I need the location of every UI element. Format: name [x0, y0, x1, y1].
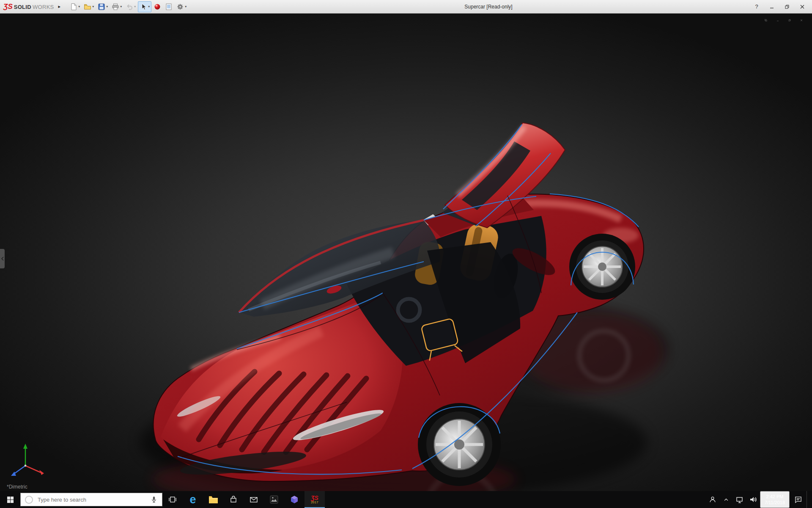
screen: ƷS SOLID WORKS ▸ ▾ ▾ ▾ ▾ [0, 0, 812, 508]
close-icon [800, 4, 805, 9]
taskbar: e ƷS 2017 [0, 491, 812, 508]
people-icon [708, 495, 717, 504]
save-dropdown-caret[interactable]: ▾ [106, 5, 108, 8]
help-button[interactable]: ? [750, 2, 763, 12]
new-dropdown-caret[interactable]: ▾ [78, 5, 80, 8]
undo-dropdown-caret[interactable]: ▾ [134, 5, 136, 8]
new-document-icon [70, 3, 77, 11]
appearances-button[interactable] [152, 1, 163, 12]
start-button[interactable] [0, 491, 20, 508]
solidworks-logo: ƷS SOLID WORKS [3, 3, 54, 11]
view-orientation-label: *Dimetric [7, 484, 27, 490]
photos-icon [269, 495, 279, 504]
taskbar-clock[interactable]: 2:42 PM 7/11/2018 [760, 491, 790, 508]
show-desktop-button[interactable] [807, 491, 812, 508]
restore-document-button[interactable] [786, 17, 793, 23]
restore-button[interactable] [781, 2, 793, 12]
open-dropdown-caret[interactable]: ▾ [92, 5, 94, 8]
open-button[interactable]: ▾ [82, 1, 96, 12]
restore-document-icon [788, 18, 791, 23]
app-icon-edge[interactable]: e [183, 491, 203, 508]
clock-time: 2:42 PM [766, 494, 783, 500]
store-bag-icon [229, 495, 238, 504]
new-document-button[interactable]: ▾ [68, 1, 82, 12]
chevron-left-icon [1, 257, 4, 261]
app-icon-photos[interactable] [264, 491, 284, 508]
tile-document-button[interactable] [762, 17, 770, 23]
minimize-document-button[interactable] [774, 17, 782, 23]
document-title: Supercar [Read-only] [228, 4, 749, 10]
edge-icon: e [189, 494, 196, 505]
options-dropdown-caret[interactable]: ▾ [185, 5, 187, 8]
select-dropdown-caret[interactable]: ▾ [148, 5, 150, 8]
solidworks-logo-glyph: ƷS [3, 3, 13, 11]
window-controls: ? [750, 2, 809, 12]
close-document-icon [800, 18, 803, 23]
clock-date: 7/11/2018 [765, 500, 785, 505]
options-button[interactable]: ▾ [175, 1, 188, 12]
task-view-button[interactable] [162, 491, 183, 508]
app-icon-file-explorer[interactable] [203, 491, 223, 508]
solidworks-version-badge: 2017 [311, 501, 318, 504]
cube-icon [290, 495, 299, 504]
open-folder-icon [84, 3, 91, 11]
action-center-icon [794, 495, 803, 504]
print-icon [112, 3, 119, 11]
graphics-viewport[interactable]: *Dimetric [0, 14, 812, 491]
microphone-icon[interactable] [150, 496, 158, 503]
scene-canvas[interactable] [0, 14, 812, 491]
quick-access-toolbar: ▾ ▾ ▾ ▾ ▾ ▾ [68, 1, 188, 12]
select-button[interactable]: ▾ [138, 1, 151, 12]
network-button[interactable] [733, 491, 746, 508]
save-button[interactable]: ▾ [96, 1, 110, 12]
app-icon-3d-viewer[interactable] [284, 491, 304, 508]
taskbar-search[interactable] [20, 493, 162, 506]
app-icon-store[interactable] [223, 491, 244, 508]
file-properties-button[interactable] [163, 1, 174, 12]
select-cursor-icon [140, 3, 147, 11]
menu-expand-arrow[interactable]: ▸ [58, 3, 62, 10]
cortana-icon[interactable] [25, 496, 33, 504]
triad-y-axis[interactable] [23, 444, 27, 449]
restore-icon [785, 4, 790, 9]
network-icon [735, 496, 743, 504]
feature-manager-collapsed-tab[interactable] [0, 249, 5, 268]
print-button[interactable]: ▾ [110, 1, 123, 12]
close-document-button[interactable] [798, 17, 805, 23]
windows-logo-icon [7, 496, 14, 503]
volume-icon [749, 495, 757, 504]
close-button[interactable] [796, 2, 809, 12]
options-gear-icon [176, 3, 184, 11]
file-properties-icon [165, 3, 173, 11]
orientation-triad[interactable] [6, 441, 48, 480]
undo-icon [126, 3, 133, 11]
rear-wheel[interactable] [569, 234, 635, 300]
search-input[interactable] [37, 496, 146, 503]
solidworks-app-glyph: ƷS [311, 495, 318, 501]
titlebar: ƷS SOLID WORKS ▸ ▾ ▾ ▾ ▾ [0, 0, 812, 14]
action-center-button[interactable] [790, 491, 807, 508]
task-view-icon [168, 495, 177, 504]
document-window-controls [762, 17, 805, 23]
volume-button[interactable] [746, 491, 760, 508]
tile-window-icon [765, 18, 767, 23]
app-icon-solidworks-2017[interactable]: ƷS 2017 [304, 491, 325, 508]
brand-text-solid: SOLID [14, 4, 31, 10]
people-button[interactable] [706, 491, 719, 508]
minimize-button[interactable] [765, 2, 778, 12]
save-icon [98, 3, 105, 11]
app-icon-mail[interactable] [244, 491, 264, 508]
system-tray: 2:42 PM 7/11/2018 [706, 491, 812, 508]
appearance-ball-icon [154, 3, 161, 11]
minimize-icon [769, 4, 774, 9]
brand-text-works: WORKS [33, 4, 54, 10]
file-explorer-icon [208, 495, 218, 504]
mail-envelope-icon [249, 495, 258, 504]
hidden-icons-button[interactable] [719, 491, 733, 508]
minimize-document-icon [776, 18, 779, 23]
chevron-up-icon [723, 497, 729, 502]
undo-button[interactable]: ▾ [124, 1, 137, 12]
print-dropdown-caret[interactable]: ▾ [120, 5, 122, 8]
